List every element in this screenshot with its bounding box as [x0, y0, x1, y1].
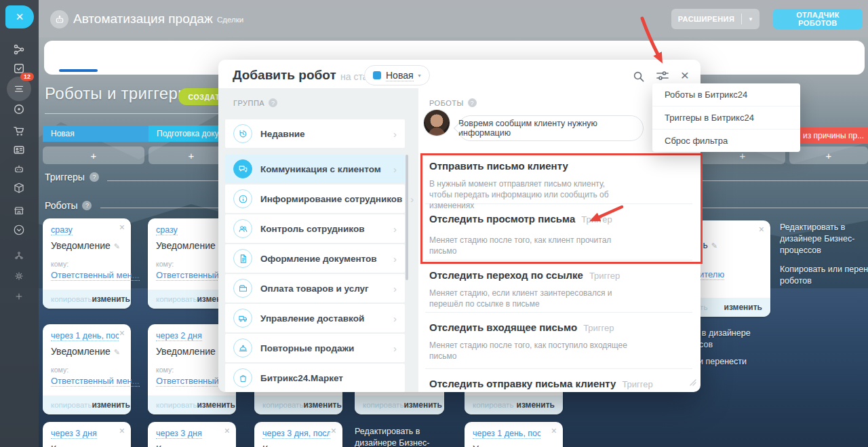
- help-icon[interactable]: ?: [82, 201, 92, 210]
- edit-button[interactable]: изменить: [403, 400, 441, 410]
- edit-button[interactable]: изменить: [517, 400, 555, 410]
- card-when-link[interactable]: через 3 дня: [51, 429, 97, 439]
- document-icon: [233, 249, 252, 268]
- chevron-down-icon[interactable]: ▾: [742, 16, 760, 22]
- copy-button[interactable]: копировать: [363, 401, 403, 409]
- copy-button[interactable]: копировать: [262, 401, 303, 409]
- card-name: Контроль✎: [51, 444, 123, 447]
- chevron-right-icon: ›: [393, 313, 397, 324]
- menu-item-reset-filter[interactable]: Сброс фильтра: [652, 130, 800, 152]
- page-subtitle: Сделки: [217, 16, 243, 24]
- group-item-market[interactable]: Битрикс24.Маркет: [225, 364, 405, 392]
- chevron-down-icon: ▾: [418, 73, 421, 79]
- extensions-button[interactable]: РАСШИРЕНИЯ ▾: [671, 9, 760, 29]
- copy-button[interactable]: копировать: [51, 295, 92, 303]
- robot-card[interactable]: × через 1 день, после п... Уведомление✎ …: [43, 324, 131, 414]
- card-close-icon[interactable]: ×: [119, 222, 125, 232]
- card-when-link[interactable]: через 3 дня, после пр...: [262, 429, 330, 439]
- robot-title: Отследить отправку письма клиенту: [429, 378, 616, 389]
- edit-button[interactable]: изменить: [303, 400, 341, 410]
- triggers-section-label: Триггеры ?: [45, 172, 99, 182]
- card-close-icon[interactable]: ×: [759, 225, 764, 234]
- stage-selector[interactable]: Новая ▾: [364, 65, 430, 85]
- edit-button[interactable]: изменить: [92, 294, 130, 304]
- close-panel-button[interactable]: ✕: [5, 5, 34, 28]
- robot-card[interactable]: × через 3 дня, после пр... Контроль✎: [254, 422, 342, 447]
- card-to-link[interactable]: Ответственный мен...: [51, 270, 140, 281]
- robot-description: Меняет стадию после того, как клиент про…: [429, 235, 627, 256]
- edit-pencil-icon[interactable]: ✎: [711, 241, 717, 250]
- add-trigger-zone[interactable]: +: [789, 147, 868, 164]
- filter-sliders-icon[interactable]: [654, 68, 671, 84]
- copy-button[interactable]: копировать: [156, 401, 197, 409]
- group-item-employee-control[interactable]: Контроль сотрудников ›: [225, 214, 405, 243]
- group-item-employee-notify[interactable]: Информирование сотрудников ›: [225, 184, 405, 213]
- history-icon: [233, 124, 252, 143]
- group-item-recent[interactable]: Недавние ›: [225, 119, 405, 148]
- search-icon[interactable]: [630, 68, 646, 84]
- robot-automation-icon[interactable]: [12, 161, 26, 176]
- store-icon[interactable]: [12, 203, 26, 218]
- gear-icon[interactable]: [14, 271, 24, 281]
- card-when-link[interactable]: через 1 день, после п...: [473, 429, 540, 439]
- card-when-link[interactable]: сразу: [51, 225, 73, 235]
- card-close-icon[interactable]: ×: [119, 328, 125, 338]
- stage-pill-fail[interactable]: из причины пр...: [795, 128, 868, 144]
- group-item-delivery[interactable]: Управление доставкой ›: [225, 304, 405, 332]
- robot-card[interactable]: × через 1 день, после п... Уведомление✎: [465, 422, 563, 447]
- group-item-repeat-sales[interactable]: Повторные продажи ›: [225, 334, 405, 362]
- copy-button[interactable]: копировать: [156, 295, 197, 303]
- card-close-icon[interactable]: ×: [224, 426, 230, 435]
- group-item-client-communication[interactable]: Коммуникация с клиентом ›: [225, 155, 405, 183]
- help-icon[interactable]: ?: [269, 98, 277, 107]
- robot-debugger-button[interactable]: ОТЛАДЧИК РОБОТОВ: [773, 9, 863, 29]
- resize-handle-icon[interactable]: [689, 376, 696, 389]
- card-to-link[interactable]: Ответственный мен...: [51, 376, 140, 387]
- share-icon[interactable]: [12, 42, 26, 57]
- add-plus-icon[interactable]: [14, 291, 24, 302]
- robot-card[interactable]: × через 3 дня Контроль✎: [43, 422, 131, 447]
- marketing-target-icon[interactable]: [12, 102, 26, 117]
- robot-icon: [54, 14, 65, 25]
- card-to-label: кому:: [51, 366, 123, 374]
- edit-button[interactable]: изменить: [724, 303, 762, 312]
- edit-in-designer-link[interactable]: Редактировать в дизайнере Бизнес-процесс…: [355, 426, 462, 447]
- help-icon[interactable]: ?: [90, 172, 99, 182]
- edit-pencil-icon[interactable]: ✎: [114, 348, 120, 356]
- filter-dropdown-menu: Роботы в Битрикс24 Триггеры в Битрикс24 …: [652, 83, 800, 152]
- card-when-link[interactable]: через 1 день, после п...: [51, 331, 119, 341]
- copy-button[interactable]: копировать: [51, 401, 92, 409]
- card-name: Уведомление✎: [473, 444, 555, 447]
- card-close-icon[interactable]: ×: [551, 426, 557, 435]
- edit-in-designer-link[interactable]: Редактировать в дизайнере Бизнес-процесс…: [780, 222, 868, 256]
- card-close-icon[interactable]: ×: [119, 426, 125, 435]
- edit-pencil-icon[interactable]: ✎: [114, 242, 120, 250]
- close-icon[interactable]: ×: [677, 66, 693, 83]
- robot-card[interactable]: × сразу Уведомление✎ кому: Ответственный…: [43, 218, 131, 309]
- copy-or-move-link[interactable]: Копировать или перенести роботов: [780, 264, 868, 287]
- menu-item-robots-in-bitrix24[interactable]: Роботы в Битрикс24: [652, 83, 800, 106]
- group-item-payment[interactable]: Оплата товаров и услуг ›: [225, 274, 405, 303]
- card-when-link[interactable]: через 3 дня: [156, 429, 202, 439]
- crm-card-icon[interactable]: [12, 142, 26, 157]
- feed-icon[interactable]: [12, 81, 26, 96]
- chevron-down-circle-icon[interactable]: [12, 222, 26, 237]
- menu-item-triggers-in-bitrix24[interactable]: Триггеры в Битрикс24: [652, 106, 800, 130]
- edit-button[interactable]: изменить: [92, 400, 130, 410]
- card-close-icon[interactable]: ×: [331, 426, 336, 435]
- cart-icon[interactable]: [12, 123, 26, 138]
- catalog-box-icon[interactable]: [12, 180, 26, 195]
- app-header: Автоматизация продаж Сделки РАСШИРЕНИЯ ▾…: [0, 0, 868, 37]
- card-name: Контроль✎: [262, 444, 334, 447]
- sitemap-icon[interactable]: [14, 250, 24, 261]
- copy-button[interactable]: копировать: [473, 401, 513, 409]
- card-when-link[interactable]: сразу: [156, 225, 178, 235]
- help-icon[interactable]: ?: [468, 98, 477, 107]
- robot-card[interactable]: × через 3 дня Контроль✎: [148, 422, 236, 447]
- edit-button[interactable]: изменить: [197, 400, 235, 410]
- group-list-scrollbar[interactable]: [406, 155, 408, 280]
- stage-pill-new[interactable]: Новая: [43, 125, 163, 142]
- group-item-documents[interactable]: Оформление документов ›: [225, 244, 405, 273]
- add-trigger-zone[interactable]: +: [43, 147, 144, 164]
- card-when-link[interactable]: через 2 дня: [156, 331, 202, 341]
